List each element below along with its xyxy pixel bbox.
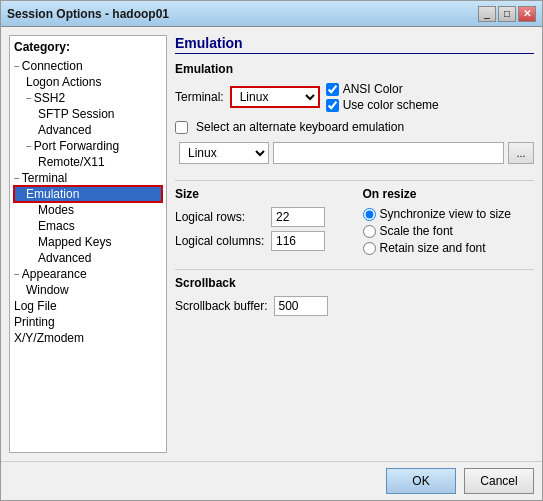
ansi-color-checkbox[interactable] bbox=[326, 83, 339, 96]
main-content: Category: − Connection Logon Actions − S… bbox=[1, 27, 542, 461]
expand-icon-ssh2: − bbox=[26, 93, 32, 104]
title-bar: Session Options - hadoop01 _ □ ✕ bbox=[1, 1, 542, 27]
tree-item-terminal[interactable]: − Terminal bbox=[14, 170, 162, 186]
tree-item-label: Appearance bbox=[22, 267, 87, 281]
rows-row: Logical rows: bbox=[175, 207, 347, 227]
tree-item-xy-zmodem[interactable]: X/Y/Zmodem bbox=[14, 330, 162, 346]
tree-item-label: Advanced bbox=[38, 251, 91, 265]
size-resize-row: Size Logical rows: Logical columns: On r… bbox=[175, 187, 534, 255]
divider bbox=[175, 180, 534, 181]
size-title: Size bbox=[175, 187, 347, 201]
tree-item-label: Log File bbox=[14, 299, 57, 313]
close-button[interactable]: ✕ bbox=[518, 6, 536, 22]
tree-item-label: Printing bbox=[14, 315, 55, 329]
category-tree: Category: − Connection Logon Actions − S… bbox=[9, 35, 167, 453]
tree-item-label: Logon Actions bbox=[26, 75, 101, 89]
alternate-keyboard-checkbox[interactable] bbox=[175, 121, 188, 134]
use-color-scheme-label: Use color scheme bbox=[343, 98, 439, 112]
radio-scale-font-input[interactable] bbox=[363, 225, 376, 238]
title-bar-controls: _ □ ✕ bbox=[478, 6, 536, 22]
tree-item-label: Advanced bbox=[38, 123, 91, 137]
tree-item-label: Terminal bbox=[22, 171, 67, 185]
cols-label: Logical columns: bbox=[175, 234, 265, 248]
cancel-button[interactable]: Cancel bbox=[464, 468, 534, 494]
tree-item-label: Emacs bbox=[38, 219, 75, 233]
scrollback-buffer-row: Scrollback buffer: bbox=[175, 296, 534, 316]
tree-item-remote-x11[interactable]: Remote/X11 bbox=[14, 154, 162, 170]
tree-item-label: Port Forwarding bbox=[34, 139, 119, 153]
tree-item-port-forwarding[interactable]: − Port Forwarding bbox=[14, 138, 162, 154]
terminal-select[interactable]: Linux VT100 VT220 xterm ANSI bbox=[230, 86, 320, 108]
tree-item-label: X/Y/Zmodem bbox=[14, 331, 84, 345]
tree-item-connection[interactable]: − Connection bbox=[14, 58, 162, 74]
use-color-scheme-checkbox[interactable] bbox=[326, 99, 339, 112]
radio-group: Synchronize view to size Scale the font … bbox=[363, 207, 535, 255]
tree-item-mapped-keys[interactable]: Mapped Keys bbox=[14, 234, 162, 250]
expand-icon-connection: − bbox=[14, 61, 20, 72]
category-label: Category: bbox=[14, 40, 162, 54]
on-resize-section: On resize Synchronize view to size Scale… bbox=[363, 187, 535, 255]
emulation-row: Terminal: Linux VT100 VT220 xterm ANSI A… bbox=[175, 82, 534, 112]
tree-item-log-file[interactable]: Log File bbox=[14, 298, 162, 314]
tree-item-label: SSH2 bbox=[34, 91, 65, 105]
rows-label: Logical rows: bbox=[175, 210, 265, 224]
tree-item-appearance[interactable]: − Appearance bbox=[14, 266, 162, 282]
tree-item-emulation[interactable]: Emulation bbox=[14, 186, 162, 202]
use-color-scheme-row: Use color scheme bbox=[326, 98, 439, 112]
tree-item-modes[interactable]: Modes bbox=[14, 202, 162, 218]
expand-icon-port-forwarding: − bbox=[26, 141, 32, 152]
alternate-keyboard-row: Select an alternate keyboard emulation bbox=[175, 120, 534, 134]
radio-scale-font: Scale the font bbox=[363, 224, 535, 238]
tree-item-logon-actions[interactable]: Logon Actions bbox=[14, 74, 162, 90]
scrollback-buffer-input[interactable] bbox=[274, 296, 328, 316]
alternate-keyboard-select[interactable]: Linux VT100 VT220 bbox=[179, 142, 269, 164]
alternate-keyboard-label: Select an alternate keyboard emulation bbox=[196, 120, 404, 134]
tree-item-label: SFTP Session bbox=[38, 107, 114, 121]
scrollback-title: Scrollback bbox=[175, 276, 534, 290]
tree-item-advanced-terminal[interactable]: Advanced bbox=[14, 250, 162, 266]
rows-input[interactable] bbox=[271, 207, 325, 227]
tree-item-advanced-ssh[interactable]: Advanced bbox=[14, 122, 162, 138]
panel-title: Emulation bbox=[175, 35, 534, 54]
radio-retain-size-input[interactable] bbox=[363, 242, 376, 255]
tree-item-window[interactable]: Window bbox=[14, 282, 162, 298]
radio-sync-view-input[interactable] bbox=[363, 208, 376, 221]
cols-input[interactable] bbox=[271, 231, 325, 251]
emulation-section-label: Emulation bbox=[175, 62, 534, 76]
radio-sync-view-label: Synchronize view to size bbox=[380, 207, 511, 221]
tree-item-label: Window bbox=[26, 283, 69, 297]
alternate-keyboard-text[interactable] bbox=[273, 142, 504, 164]
on-resize-title: On resize bbox=[363, 187, 535, 201]
maximize-button[interactable]: □ bbox=[498, 6, 516, 22]
tree-item-label: Remote/X11 bbox=[38, 155, 105, 169]
tree-item-label: Emulation bbox=[26, 187, 79, 201]
tree-item-label: Connection bbox=[22, 59, 83, 73]
scrollback-buffer-label: Scrollback buffer: bbox=[175, 299, 268, 313]
expand-icon-appearance: − bbox=[14, 269, 20, 280]
terminal-label: Terminal: bbox=[175, 90, 224, 104]
radio-retain-size-label: Retain size and font bbox=[380, 241, 486, 255]
window-title: Session Options - hadoop01 bbox=[7, 7, 169, 21]
right-panel: Emulation Emulation Terminal: Linux VT10… bbox=[175, 35, 534, 453]
radio-sync-view: Synchronize view to size bbox=[363, 207, 535, 221]
checkbox-group: ANSI Color Use color scheme bbox=[326, 82, 439, 112]
session-options-window: Session Options - hadoop01 _ □ ✕ Categor… bbox=[0, 0, 543, 501]
ansi-color-row: ANSI Color bbox=[326, 82, 439, 96]
minimize-button[interactable]: _ bbox=[478, 6, 496, 22]
tree-item-label: Mapped Keys bbox=[38, 235, 111, 249]
cols-row: Logical columns: bbox=[175, 231, 347, 251]
ok-button[interactable]: OK bbox=[386, 468, 456, 494]
browse-button[interactable]: ... bbox=[508, 142, 534, 164]
tree-item-label: Modes bbox=[38, 203, 74, 217]
tree-item-printing[interactable]: Printing bbox=[14, 314, 162, 330]
tree-item-emacs[interactable]: Emacs bbox=[14, 218, 162, 234]
bottom-buttons: OK Cancel bbox=[1, 461, 542, 500]
scrollback-section: Scrollback Scrollback buffer: bbox=[175, 276, 534, 320]
ansi-color-label: ANSI Color bbox=[343, 82, 403, 96]
divider2 bbox=[175, 269, 534, 270]
tree-item-sftp-session[interactable]: SFTP Session bbox=[14, 106, 162, 122]
alternate-keyboard-controls: Linux VT100 VT220 ... bbox=[175, 142, 534, 164]
tree-item-ssh2[interactable]: − SSH2 bbox=[14, 90, 162, 106]
radio-retain-size: Retain size and font bbox=[363, 241, 535, 255]
expand-icon-terminal: − bbox=[14, 173, 20, 184]
